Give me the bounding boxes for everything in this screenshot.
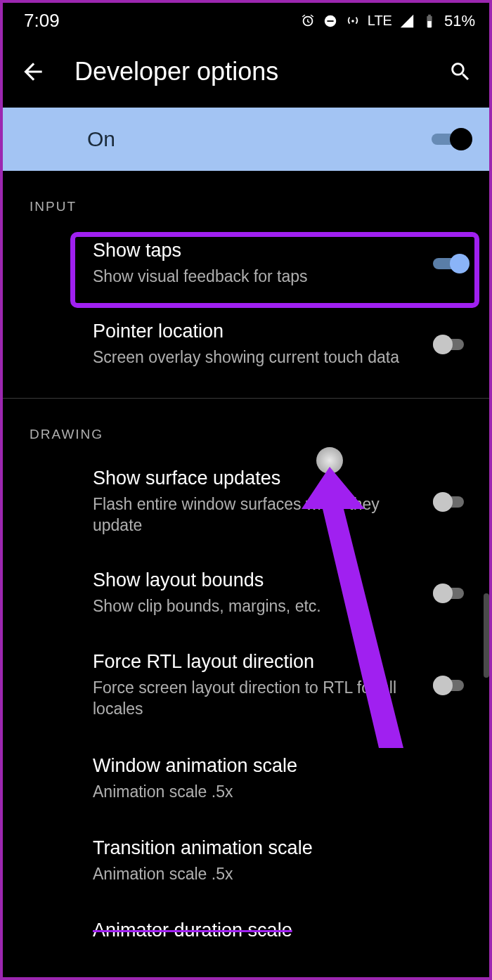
- setting-title: Transition animation scale: [93, 837, 457, 859]
- toggle-pointer-location[interactable]: [433, 334, 470, 355]
- setting-surface-updates[interactable]: Show surface updates Flash entire window…: [3, 455, 489, 549]
- toggle-layout-bounds[interactable]: [433, 583, 470, 604]
- search-icon[interactable]: [448, 60, 472, 84]
- section-header-input: INPUT: [3, 171, 489, 227]
- toggle-force-rtl[interactable]: [433, 675, 470, 696]
- hotspot-icon: [345, 13, 361, 29]
- signal-icon: [399, 13, 415, 29]
- setting-subtitle: Animation scale .5x: [93, 781, 457, 802]
- toggle-show-taps[interactable]: [433, 253, 470, 274]
- toggle-surface-updates[interactable]: [433, 491, 470, 512]
- setting-animator-duration[interactable]: Animator duration scale: [3, 897, 489, 958]
- master-toggle-row[interactable]: On: [3, 108, 489, 171]
- setting-title: Force RTL layout direction: [93, 651, 420, 673]
- setting-force-rtl[interactable]: Force RTL layout direction Force screen …: [3, 630, 489, 733]
- setting-title: Show surface updates: [93, 468, 420, 489]
- master-toggle-switch[interactable]: [432, 129, 468, 150]
- setting-title: Show layout bounds: [93, 569, 420, 591]
- setting-title: Pointer location: [93, 321, 420, 342]
- status-bar: 7:09 LTE 51%: [3, 3, 489, 36]
- setting-layout-bounds[interactable]: Show layout bounds Show clip bounds, mar…: [3, 548, 489, 629]
- setting-title: Animator duration scale: [93, 920, 457, 941]
- dnd-icon: [323, 13, 338, 29]
- scrollbar[interactable]: [484, 593, 489, 678]
- section-header-drawing: DRAWING: [3, 399, 489, 455]
- network-label: LTE: [368, 13, 392, 29]
- battery-icon: [422, 13, 437, 29]
- setting-pointer-location[interactable]: Pointer location Screen overlay showing …: [3, 299, 489, 385]
- setting-subtitle: Animation scale .5x: [93, 863, 457, 884]
- battery-label: 51%: [444, 12, 475, 30]
- setting-transition-animation[interactable]: Transition animation scale Animation sca…: [3, 815, 489, 897]
- setting-window-animation[interactable]: Window animation scale Animation scale .…: [3, 733, 489, 815]
- alarm-icon: [300, 13, 316, 29]
- setting-subtitle: Show clip bounds, margins, etc.: [93, 595, 420, 617]
- setting-subtitle: Force screen layout direction to RTL for…: [93, 677, 420, 720]
- setting-subtitle: Screen overlay showing current touch dat…: [93, 347, 420, 368]
- master-toggle-label: On: [87, 127, 115, 151]
- status-icons: LTE 51%: [300, 12, 475, 30]
- setting-subtitle: Flash entire window surfaces when they u…: [93, 494, 420, 536]
- setting-show-taps[interactable]: Show taps Show visual feedback for taps: [3, 227, 489, 299]
- setting-title: Window animation scale: [93, 755, 457, 777]
- setting-title: Show taps: [93, 240, 420, 262]
- svg-rect-1: [327, 20, 333, 22]
- setting-subtitle: Show visual feedback for taps: [93, 266, 420, 287]
- status-time: 7:09: [24, 10, 60, 32]
- app-bar: Developer options: [3, 36, 489, 108]
- back-icon[interactable]: [20, 58, 46, 85]
- page-title: Developer options: [75, 57, 420, 86]
